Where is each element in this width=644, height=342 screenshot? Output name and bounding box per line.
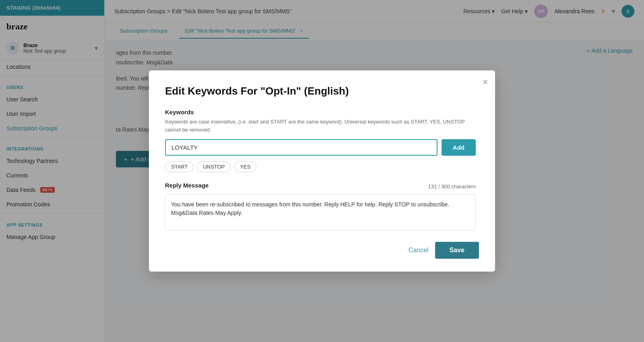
keyword-tag-unstop: UNSTOP [197,161,231,172]
save-button[interactable]: Save [435,242,479,259]
reply-message-textarea[interactable]: You have been re-subscribed to messages … [165,194,476,231]
keyword-input[interactable] [165,139,438,156]
reply-message-label: Reply Message [165,182,208,189]
keyword-tag-start: START [165,161,194,172]
add-keyword-button[interactable]: Add [442,139,476,156]
keyword-tag-yes: YES [234,161,256,172]
keyword-tags: START UNSTOP YES [165,161,476,172]
keywords-section-label: Keywords [165,109,476,115]
edit-keywords-modal: × Edit Keywords For "Opt-In" (English) K… [149,70,495,272]
modal-close-button[interactable]: × [483,78,488,87]
modal-footer: Cancel Save [165,242,479,259]
modal-scroll-area[interactable]: Keywords Keywords are case insensitive, … [165,109,479,232]
modal-title: Edit Keywords For "Opt-In" (English) [165,85,479,97]
main-area: Subscription Groups > Edit "Nick Botero … [105,0,644,342]
cancel-button[interactable]: Cancel [409,247,429,254]
reply-message-header: Reply Message 131 / 300 characters [165,182,476,191]
modal-overlay[interactable]: × Edit Keywords For "Opt-In" (English) K… [0,0,644,342]
keyword-input-row: Add [165,139,476,156]
keywords-hint: Keywords are case insensitive, (i.e. sta… [165,118,476,134]
char-count: 131 / 300 characters [428,183,476,190]
